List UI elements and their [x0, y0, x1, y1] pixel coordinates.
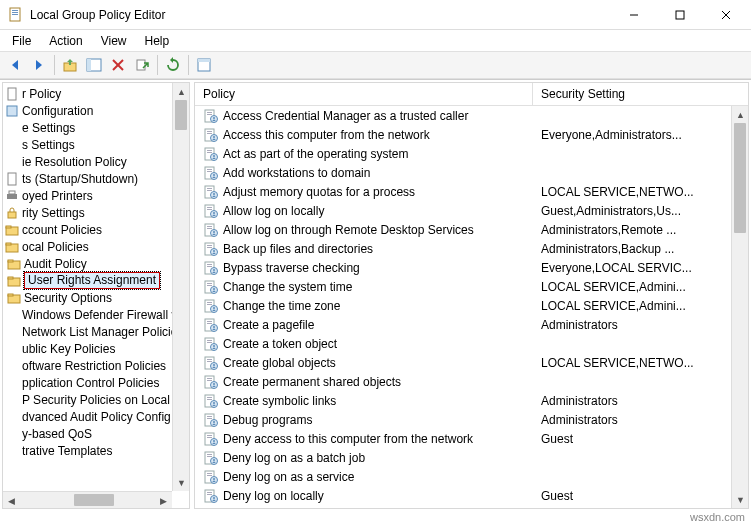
policy-row[interactable]: Allow log on locallyGuest,Administrators… — [195, 201, 748, 220]
tree-item[interactable]: ocal Policies — [3, 238, 189, 255]
tree-item[interactable]: Audit Policy — [3, 255, 189, 272]
scroll-thumb[interactable] — [74, 494, 114, 506]
tree-item[interactable]: e Settings — [3, 119, 189, 136]
tree-item[interactable]: oyed Printers — [3, 187, 189, 204]
svg-rect-49 — [207, 171, 212, 172]
policy-row[interactable]: Act as part of the operating system — [195, 144, 748, 163]
tree-item[interactable]: ts (Startup/Shutdown) — [3, 170, 189, 187]
tree-item[interactable]: s Settings — [3, 136, 189, 153]
policy-row[interactable]: Bypass traverse checkingEveryone,LOCAL S… — [195, 258, 748, 277]
column-header-policy[interactable]: Policy — [195, 83, 533, 105]
tree-item-icon — [5, 155, 19, 169]
svg-rect-88 — [207, 321, 212, 322]
column-header-setting[interactable]: Security Setting — [533, 83, 748, 105]
tree-item-icon — [5, 206, 19, 220]
tree-item[interactable]: Configuration — [3, 102, 189, 119]
tree-item-icon — [5, 121, 19, 135]
policy-row[interactable]: Adjust memory quotas for a processLOCAL … — [195, 182, 748, 201]
detail-vertical-scrollbar[interactable]: ▲ ▼ — [731, 106, 748, 508]
tree-item[interactable]: P Security Policies on Local C — [3, 391, 189, 408]
menu-action[interactable]: Action — [41, 32, 90, 50]
tree-horizontal-scrollbar[interactable]: ◀ ▶ — [3, 491, 172, 508]
menu-file[interactable]: File — [4, 32, 39, 50]
maximize-button[interactable] — [657, 0, 703, 30]
policy-row[interactable]: Change the time zoneLOCAL SERVICE,Admini… — [195, 296, 748, 315]
policy-row[interactable]: Create a token object — [195, 334, 748, 353]
scroll-right-arrow[interactable]: ▶ — [155, 492, 172, 508]
scroll-thumb[interactable] — [175, 100, 187, 130]
tree-item-label: r Policy — [22, 87, 61, 101]
policy-row[interactable]: Access this computer from the networkEve… — [195, 125, 748, 144]
policy-row[interactable]: Access Credential Manager as a trusted c… — [195, 106, 748, 125]
tree-item-label: oyed Printers — [22, 189, 93, 203]
tree-item[interactable]: y-based QoS — [3, 425, 189, 442]
close-button[interactable] — [703, 0, 749, 30]
scroll-up-arrow[interactable]: ▲ — [732, 106, 748, 123]
properties-button[interactable] — [193, 54, 215, 76]
policy-list[interactable]: Access Credential Manager as a trusted c… — [195, 106, 748, 508]
svg-rect-43 — [207, 150, 212, 151]
svg-rect-53 — [207, 188, 212, 189]
svg-rect-10 — [87, 59, 91, 71]
svg-point-91 — [213, 326, 215, 328]
nav-forward-button[interactable] — [28, 54, 50, 76]
tree-item[interactable]: ublic Key Policies — [3, 340, 189, 357]
policy-row[interactable]: Change the system timeLOCAL SERVICE,Admi… — [195, 277, 748, 296]
menu-help[interactable]: Help — [137, 32, 178, 50]
policy-row[interactable]: Deny log on as a batch job — [195, 448, 748, 467]
window-title: Local Group Policy Editor — [30, 8, 165, 22]
tree-item-icon — [7, 257, 21, 271]
policy-row[interactable]: Create symbolic linksAdministrators — [195, 391, 748, 410]
tree-view[interactable]: r PolicyConfiguratione Settingss Setting… — [3, 83, 189, 508]
nav-back-button[interactable] — [4, 54, 26, 76]
tree-item[interactable]: ie Resolution Policy — [3, 153, 189, 170]
tree-item[interactable]: ccount Policies — [3, 221, 189, 238]
policy-row[interactable]: Deny access to this computer from the ne… — [195, 429, 748, 448]
delete-button[interactable] — [107, 54, 129, 76]
tree-item[interactable]: trative Templates — [3, 442, 189, 459]
policy-row[interactable]: Debug programsAdministrators — [195, 410, 748, 429]
policy-row[interactable]: Deny log on as a service — [195, 467, 748, 486]
tree-item[interactable]: Security Options — [3, 289, 189, 306]
policy-setting: LOCAL SERVICE,NETWO... — [533, 356, 694, 370]
tree-item[interactable]: Network List Manager Policies — [3, 323, 189, 340]
policy-row[interactable]: Create global objectsLOCAL SERVICE,NETWO… — [195, 353, 748, 372]
tree-item[interactable]: Windows Defender Firewall w — [3, 306, 189, 323]
policy-row[interactable]: Back up files and directoriesAdministrat… — [195, 239, 748, 258]
svg-rect-2 — [12, 12, 18, 13]
scroll-left-arrow[interactable]: ◀ — [3, 492, 20, 508]
policy-row[interactable]: Deny log on locallyGuest — [195, 486, 748, 505]
minimize-button[interactable] — [611, 0, 657, 30]
tree-item[interactable]: dvanced Audit Policy Config — [3, 408, 189, 425]
up-button[interactable] — [59, 54, 81, 76]
policy-row[interactable]: Create permanent shared objects — [195, 372, 748, 391]
refresh-button[interactable] — [162, 54, 184, 76]
tree-item-label: ublic Key Policies — [22, 342, 115, 356]
svg-rect-15 — [198, 59, 210, 62]
policy-row[interactable]: Add workstations to domain — [195, 163, 748, 182]
tree-item[interactable]: rity Settings — [3, 204, 189, 221]
scroll-thumb[interactable] — [734, 123, 746, 233]
policy-row[interactable]: Create a pagefileAdministrators — [195, 315, 748, 334]
show-tree-button[interactable] — [83, 54, 105, 76]
policy-icon — [203, 374, 219, 390]
tree-vertical-scrollbar[interactable]: ▲ ▼ — [172, 83, 189, 491]
app-icon — [8, 7, 24, 23]
svg-rect-74 — [207, 266, 212, 267]
svg-point-86 — [213, 307, 215, 309]
tree-item[interactable]: pplication Control Policies — [3, 374, 189, 391]
scroll-down-arrow[interactable]: ▼ — [173, 474, 189, 491]
policy-row[interactable]: Allow log on through Remote Desktop Serv… — [195, 220, 748, 239]
svg-rect-133 — [207, 492, 212, 493]
tree-item[interactable]: r Policy — [3, 85, 189, 102]
scroll-down-arrow[interactable]: ▼ — [732, 491, 748, 508]
export-button[interactable] — [131, 54, 153, 76]
svg-rect-1 — [12, 10, 18, 11]
svg-rect-114 — [207, 418, 212, 419]
scroll-up-arrow[interactable]: ▲ — [173, 83, 189, 100]
policy-setting: Administrators,Remote ... — [533, 223, 676, 237]
menu-view[interactable]: View — [93, 32, 135, 50]
tree-item[interactable]: oftware Restriction Policies — [3, 357, 189, 374]
tree-item[interactable]: User Rights Assignment — [3, 272, 189, 289]
tree-item-label: P Security Policies on Local C — [22, 393, 182, 407]
